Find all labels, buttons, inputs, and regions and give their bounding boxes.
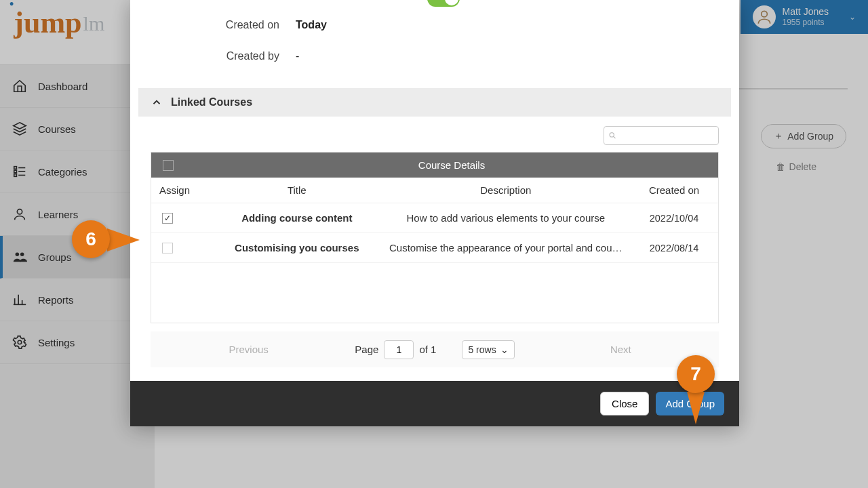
callout-pointer (687, 392, 705, 424)
search-input[interactable] (620, 131, 714, 141)
row-date: 2022/10/04 (630, 206, 718, 230)
page-label: Page (355, 344, 378, 355)
row-checkbox[interactable] (162, 243, 173, 253)
chevron-up-icon (151, 96, 163, 108)
table-search[interactable] (604, 126, 719, 145)
select-all-checkbox[interactable] (163, 160, 174, 171)
svg-line-16 (614, 137, 616, 139)
rows-select[interactable]: 5 rows⌄ (462, 340, 514, 359)
row-date: 2022/08/14 (630, 236, 718, 260)
column-assign[interactable]: Assign (151, 178, 212, 203)
column-title[interactable]: Title (212, 178, 382, 203)
search-icon (608, 131, 617, 140)
callout-6: 6 (72, 220, 110, 258)
prev-button[interactable]: Previous (151, 338, 347, 361)
callout-pointer (107, 228, 140, 251)
section-title: Linked Courses (171, 96, 252, 108)
column-description[interactable]: Description (382, 178, 630, 203)
created-by-label: Created by (153, 50, 279, 62)
created-on-value: Today (296, 19, 327, 31)
row-description: How to add various elements to your cour… (382, 205, 630, 230)
table-row[interactable]: Customising you courses Customise the ap… (151, 233, 718, 263)
table-header-title: Course Details (185, 159, 718, 171)
svg-point-15 (610, 133, 614, 137)
table-row[interactable]: ✓ Adding course content How to add vario… (151, 203, 718, 233)
row-title: Adding course content (212, 205, 382, 230)
column-created-on[interactable]: Created on (630, 178, 718, 203)
row-checkbox[interactable]: ✓ (162, 213, 173, 224)
row-title: Customising you courses (212, 235, 382, 260)
page-of: of 1 (419, 344, 436, 355)
courses-table: Course Details Assign Title Description … (151, 152, 719, 323)
add-group-modal: Created on Today Created by - Linked Cou… (130, 0, 739, 426)
close-button[interactable]: Close (600, 392, 649, 415)
pagination: Previous Page of 1 5 rows⌄ Next (151, 331, 719, 367)
page-input[interactable] (384, 340, 414, 359)
active-toggle[interactable] (427, 0, 460, 7)
created-on-label: Created on (153, 19, 279, 31)
modal-footer: Close Add Group (130, 381, 739, 426)
created-by-value: - (296, 50, 299, 62)
linked-courses-section[interactable]: Linked Courses (138, 88, 731, 117)
chevron-down-icon: ⌄ (500, 344, 509, 355)
row-description: Customise the appearance of your portal … (382, 235, 630, 260)
callout-7: 7 (677, 355, 715, 393)
